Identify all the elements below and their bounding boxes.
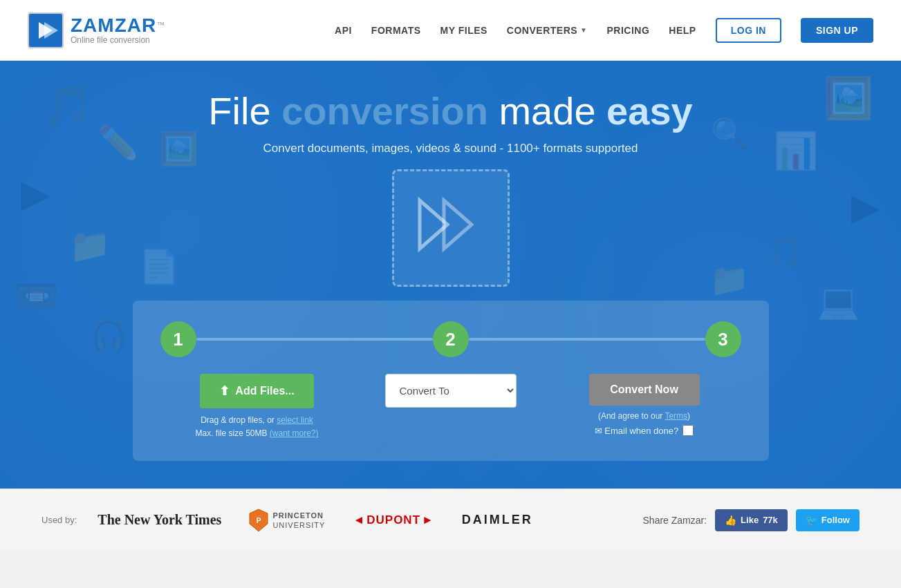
controls-row: ⬆ Add Files... Drag & drop files, or sel… — [160, 374, 741, 440]
convert-to-select[interactable]: Convert To PDF MP3 MP4 JPG PNG DOC DOCX — [385, 374, 517, 408]
share-area: Share Zamzar: 👍 Like 77k 🐦 Follow — [643, 509, 860, 531]
nav-api[interactable]: API — [335, 25, 352, 36]
step-line-2 — [469, 338, 705, 341]
chevron-down-icon: ▼ — [580, 26, 587, 34]
nav-formats[interactable]: FORMATS — [371, 25, 421, 36]
logo-icon — [28, 12, 64, 48]
convert-now-button[interactable]: Convert Now — [589, 374, 700, 406]
nav-help[interactable]: HELP — [669, 25, 696, 36]
thumbs-up-icon: 👍 — [725, 515, 736, 526]
terms-text: (And agree to our Terms) — [598, 411, 690, 421]
upload-icon: ⬆ — [219, 383, 230, 399]
step2-column: Convert To PDF MP3 MP4 JPG PNG DOC DOCX — [354, 374, 548, 408]
brand-nyt: The New York Times — [97, 512, 221, 528]
drag-drop-text: Drag & drop files, or select link Max. f… — [195, 414, 318, 440]
share-label: Share Zamzar: — [643, 515, 707, 526]
center-play-graphic — [392, 169, 510, 287]
signup-button[interactable]: SIGN UP — [801, 18, 873, 43]
logo-text: ZAMZAR™ Online file conversion — [71, 16, 165, 45]
princeton-shield-icon: P — [249, 509, 268, 532]
header: ZAMZAR™ Online file conversion API FORMA… — [0, 0, 901, 61]
used-by-label: Used by: — [41, 515, 77, 525]
nav-pricing[interactable]: PRICING — [607, 25, 650, 36]
brand-logos: The New York Times P PRINCETON UNIVERSIT… — [97, 509, 642, 532]
step-2-circle: 2 — [433, 321, 469, 357]
nav-my-files[interactable]: MY FILES — [440, 25, 487, 36]
logos-bar: Used by: The New York Times P PRINCETON … — [0, 489, 901, 551]
select-link[interactable]: select link — [277, 415, 313, 425]
brand-princeton: P PRINCETON UNIVERSITY — [249, 509, 325, 532]
logo-name: ZAMZAR — [71, 15, 156, 36]
nav: API FORMATS MY FILES CONVERTERS ▼ PRICIN… — [335, 18, 873, 43]
brand-dupont: ◄DUPONT► — [353, 513, 434, 527]
conversion-box: 1 2 3 ⬆ Add Files... Drag & drop files, … — [133, 301, 769, 461]
brand-daimler: DAIMLER — [462, 513, 533, 527]
logo-area: ZAMZAR™ Online file conversion — [28, 12, 165, 48]
nav-converters[interactable]: CONVERTERS ▼ — [507, 25, 588, 36]
login-button[interactable]: LOG IN — [716, 18, 781, 43]
twitter-icon: 🐦 — [806, 515, 817, 526]
hero-title: File conversion made easy — [208, 88, 692, 133]
step3-column: Convert Now (And agree to our Terms) ✉ E… — [548, 374, 741, 436]
step1-column: ⬆ Add Files... Drag & drop files, or sel… — [160, 374, 354, 440]
play-arrows-icon — [409, 190, 492, 267]
step-line-1 — [196, 338, 433, 341]
step-1-circle: 1 — [160, 321, 196, 357]
step-3-circle: 3 — [705, 321, 741, 357]
hero-subtitle: Convert documents, images, videos & soun… — [263, 142, 638, 155]
want-more-link[interactable]: (want more?) — [270, 428, 319, 438]
add-files-button[interactable]: ⬆ Add Files... — [200, 374, 313, 408]
twitter-follow-button[interactable]: 🐦 Follow — [796, 509, 860, 531]
svg-marker-1 — [44, 22, 58, 39]
facebook-like-button[interactable]: 👍 Like 77k — [715, 509, 788, 531]
logo-tagline: Online file conversion — [71, 35, 165, 45]
email-checkbox[interactable] — [682, 425, 694, 436]
email-row: ✉ Email when done? — [595, 425, 694, 436]
terms-link[interactable]: Terms — [665, 411, 687, 421]
svg-text:P: P — [257, 517, 261, 524]
steps-row: 1 2 3 — [160, 321, 741, 357]
hero-section: 🎵 ✏️ ▶ 📁 📼 🎧 🖼️ 📄 🖼️ 📊 ▶ 🎵 💻 🔍 📁 File co… — [0, 61, 901, 489]
